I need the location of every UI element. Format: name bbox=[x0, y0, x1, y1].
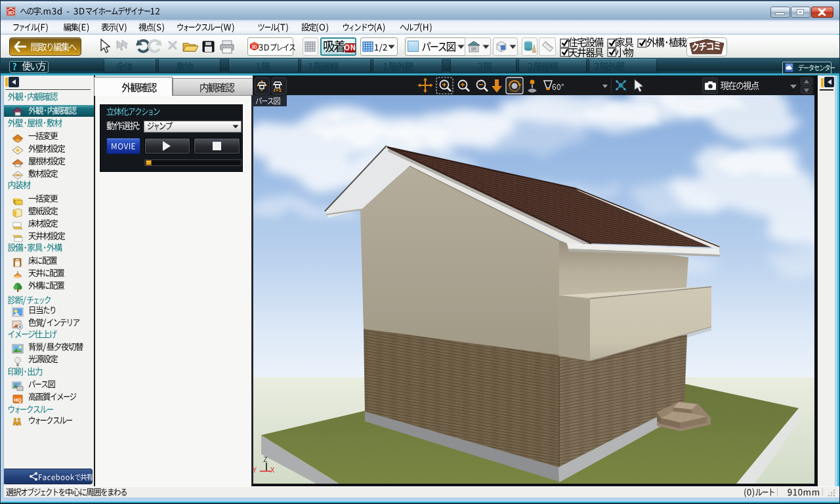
svg-text:3D: 3D bbox=[251, 45, 257, 49]
svg-text:3D: 3D bbox=[7, 10, 14, 16]
svg-text:HQ: HQ bbox=[14, 397, 22, 403]
